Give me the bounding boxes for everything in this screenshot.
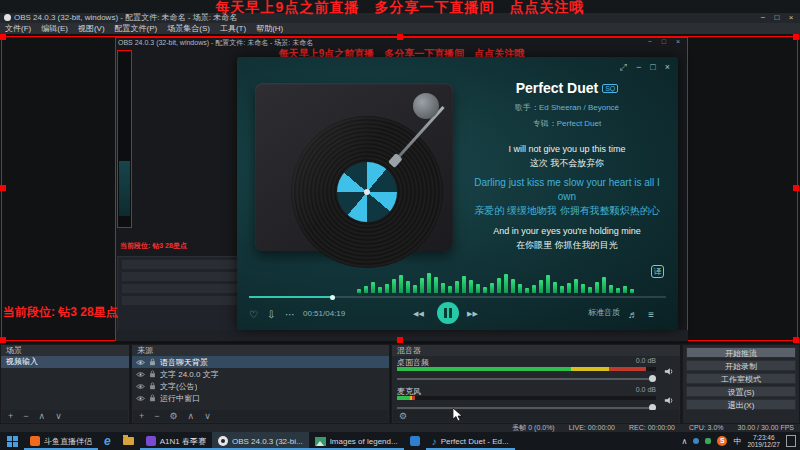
source-down-button[interactable]: ∨ xyxy=(204,411,211,421)
action-center-icon[interactable] xyxy=(786,435,796,447)
mixer-gear-icon[interactable]: ⚙ xyxy=(399,411,407,421)
taskbar-app-obs[interactable]: OBS 24.0.3 (32-bi... xyxy=(212,432,309,450)
selection-handle[interactable] xyxy=(793,337,799,343)
taskbar-app-a1n1[interactable]: A1N1 春季赛 xyxy=(140,432,212,450)
song-title: Perfect Duet xyxy=(516,80,598,96)
ime-language-indicator[interactable]: 中 xyxy=(733,436,741,447)
start-button[interactable] xyxy=(0,432,24,450)
taskbar-app-explorer[interactable] xyxy=(117,432,140,450)
close-button[interactable]: × xyxy=(784,13,798,23)
obs-app-icon xyxy=(4,14,11,21)
song-title-row: Perfect DuetSQ xyxy=(469,79,665,97)
remove-scene-button[interactable]: − xyxy=(23,411,28,421)
studio-mode-button[interactable]: 工作室模式 xyxy=(686,373,796,384)
spindle xyxy=(364,189,370,195)
scenes-dock-header: 场景 xyxy=(1,345,129,356)
volume-slider[interactable] xyxy=(397,375,656,382)
translate-toggle-button[interactable]: 译 xyxy=(651,265,664,278)
exit-button[interactable]: 退出(X) xyxy=(686,399,796,410)
source-up-button[interactable]: ∧ xyxy=(188,411,195,421)
menu-scene-collection[interactable]: 场景集合(S) xyxy=(162,23,215,34)
tray-clock[interactable]: 7:23:46 2019/12/27 xyxy=(747,434,780,448)
visibility-eye-icon[interactable] xyxy=(136,359,145,366)
source-name: 运行中窗口 xyxy=(160,393,200,404)
lyric-line: 在你眼里 你抓住我的目光 xyxy=(469,238,665,252)
menu-file[interactable]: 文件(F) xyxy=(0,23,36,34)
selection-handle[interactable] xyxy=(397,337,403,343)
audio-quality-selector[interactable]: 标准音质 xyxy=(588,307,620,318)
tray-app-icon[interactable] xyxy=(693,438,699,444)
cpu-usage: CPU: 3.0% xyxy=(689,424,724,432)
source-row[interactable]: 文字 24.0.0 文字 xyxy=(132,368,389,380)
favorite-icon[interactable]: ♡ xyxy=(249,309,258,320)
maximize-button[interactable]: □ xyxy=(770,13,784,23)
menu-edit[interactable]: 编辑(E) xyxy=(36,23,73,34)
previous-track-icon[interactable]: ◀◀ xyxy=(413,310,424,318)
scene-down-button[interactable]: ∨ xyxy=(55,411,62,421)
windows-logo-icon xyxy=(7,436,18,447)
minimize-button[interactable]: − xyxy=(756,13,770,23)
source-row[interactable]: 文字(公告) xyxy=(132,380,389,392)
visibility-eye-icon[interactable] xyxy=(136,383,145,390)
scene-item[interactable]: 视频输入 xyxy=(1,356,129,368)
more-icon[interactable]: ⋯ xyxy=(285,309,295,320)
channel-db-value: 0.0 dB xyxy=(636,386,656,393)
player-minimize-icon[interactable]: − xyxy=(636,62,641,73)
lock-icon[interactable] xyxy=(149,394,156,402)
start-streaming-button[interactable]: 开始推流 xyxy=(686,347,796,358)
lock-icon[interactable] xyxy=(149,382,156,390)
rank-overlay-large: 当前段位: 钻3 28星点 xyxy=(3,304,118,321)
source-name: 文字 24.0.0 文字 xyxy=(160,369,219,380)
add-scene-button[interactable]: + xyxy=(8,411,13,421)
playlist-icon[interactable]: ≡ xyxy=(648,309,654,320)
menu-view[interactable]: 视图(V) xyxy=(73,23,110,34)
start-recording-button[interactable]: 开始录制 xyxy=(686,360,796,371)
menu-help[interactable]: 帮助(H) xyxy=(251,23,288,34)
lock-icon[interactable] xyxy=(149,358,156,366)
player-maximize-icon[interactable]: □ xyxy=(650,62,655,73)
scene-up-button[interactable]: ∧ xyxy=(39,411,46,421)
speaker-icon[interactable] xyxy=(664,396,674,405)
selection-handle[interactable] xyxy=(0,34,6,40)
obs-preview[interactable]: OBS 24.0.3 (32-bit, windows) - 配置文件: 未命名… xyxy=(0,34,800,344)
selection-handle[interactable] xyxy=(0,185,6,191)
player-fullscreen-icon[interactable]: ⤢ xyxy=(620,62,627,73)
obs-menubar: 文件(F) 编辑(E) 视图(V) 配置文件(P) 场景集合(S) 工具(T) … xyxy=(0,23,800,34)
selection-handle[interactable] xyxy=(0,337,6,343)
desktop: 每天早上9点之前直播 多分享一下直播间 点点关注哦 OBS 24.0.3 (32… xyxy=(0,0,800,450)
volume-slider-knob[interactable] xyxy=(649,375,656,382)
progress-bar[interactable] xyxy=(249,296,666,298)
selection-handle[interactable] xyxy=(793,34,799,40)
taskbar-app-wegame[interactable] xyxy=(404,432,426,450)
visibility-eye-icon[interactable] xyxy=(136,395,145,402)
menu-tools[interactable]: 工具(T) xyxy=(215,23,251,34)
selection-handle[interactable] xyxy=(397,34,403,40)
visibility-eye-icon[interactable] xyxy=(136,371,145,378)
player-close-icon[interactable]: × xyxy=(665,62,670,73)
speaker-icon[interactable] xyxy=(664,367,674,376)
selection-handle[interactable] xyxy=(793,185,799,191)
add-source-button[interactable]: + xyxy=(139,411,144,421)
tray-app-icon[interactable] xyxy=(705,438,711,444)
artist-name[interactable]: Ed Sheeran / Beyoncé xyxy=(539,103,619,112)
sound-effects-icon[interactable]: ♬ xyxy=(628,309,638,320)
download-icon[interactable]: ⇩ xyxy=(267,309,275,320)
source-properties-gear-icon[interactable]: ⚙ xyxy=(170,411,178,421)
album-name[interactable]: Perfect Duet xyxy=(557,119,601,128)
lock-icon[interactable] xyxy=(149,370,156,378)
pause-button[interactable] xyxy=(437,302,459,324)
taskbar-app-douyu[interactable]: 斗鱼直播伴侣 xyxy=(24,432,98,450)
remove-source-button[interactable]: − xyxy=(154,411,159,421)
settings-button[interactable]: 设置(S) xyxy=(686,386,796,397)
source-name: 语音聊天背景 xyxy=(160,357,208,368)
source-row[interactable]: 语音聊天背景 xyxy=(132,356,389,368)
taskbar-app-images[interactable]: Images of legend... xyxy=(309,432,404,450)
menu-profile[interactable]: 配置文件(P) xyxy=(110,23,163,34)
audio-visualizer xyxy=(357,269,637,293)
tray-expand-icon[interactable]: ∧ xyxy=(682,437,688,446)
taskbar-app-music[interactable]: ♪Perfect Duet - Ed... xyxy=(426,432,515,450)
sogou-ime-icon[interactable]: S xyxy=(717,436,727,446)
taskbar-app-edge[interactable]: e xyxy=(98,432,117,450)
next-track-icon[interactable]: ▶▶ xyxy=(467,310,478,318)
source-row[interactable]: 运行中窗口 xyxy=(132,392,389,404)
